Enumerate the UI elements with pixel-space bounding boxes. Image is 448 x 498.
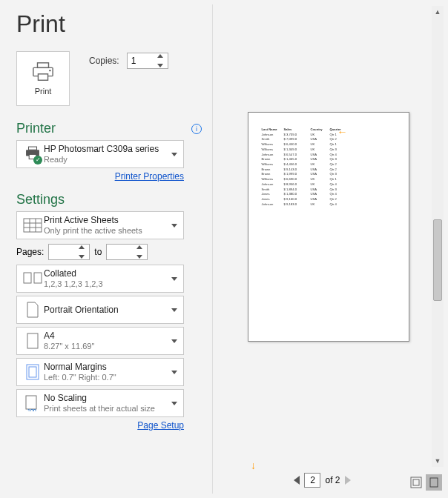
chevron-up-icon[interactable] <box>157 54 163 58</box>
copies-spinner[interactable] <box>127 53 168 69</box>
pages-from-input[interactable] <box>49 247 76 257</box>
pages-to-spinner[interactable] <box>106 244 148 260</box>
table-row: Jones$ 1,380.0USAQtr 4 <box>262 192 395 197</box>
table-row: Williams$ 6,450.0UKQtr 1 <box>262 142 395 147</box>
chevron-down-icon <box>171 224 177 228</box>
margins-dropdown[interactable]: Normal Margins Left: 0.7" Right: 0.7" <box>16 358 184 386</box>
collation-dropdown[interactable]: Collated 1,2,3 1,2,3 1,2,3 <box>16 265 184 293</box>
current-page-input[interactable] <box>304 473 320 488</box>
page-setup-link[interactable]: Page Setup <box>16 420 184 431</box>
svg-rect-19 <box>411 477 421 488</box>
preview-page: ← Last NameSalesCountryQuarterJohnson$ 3… <box>248 112 409 342</box>
chevron-down-icon <box>171 153 177 156</box>
printer-dropdown[interactable]: HP Photosmart C309a series Ready <box>16 140 184 168</box>
chevron-down-icon <box>171 371 177 374</box>
copies-input[interactable] <box>128 56 154 66</box>
printer-status: Ready <box>44 155 168 165</box>
table-row: Brown$ 1,999.0USAQtr 3 <box>262 172 395 177</box>
svg-rect-13 <box>34 273 42 283</box>
svg-rect-14 <box>27 333 38 348</box>
scaling-dropdown[interactable]: 100 No Scaling Print sheets at their act… <box>16 389 184 417</box>
table-row: Johnson$ 8,956.0UKQtr 4 <box>262 182 395 187</box>
scroll-up-icon[interactable]: ▲ <box>435 6 441 18</box>
table-header: Country <box>311 127 326 133</box>
svg-rect-2 <box>38 74 47 80</box>
table-row: Brown$ 9,143.0USAQtr 2 <box>262 167 395 173</box>
chevron-down-icon <box>171 308 177 312</box>
info-icon[interactable]: i <box>191 124 202 134</box>
chevron-down-icon <box>171 402 177 405</box>
table-row: Johnson$ 6,547.0USAQtr 4 <box>262 153 395 158</box>
chevron-up-icon[interactable] <box>79 245 85 249</box>
settings-heading: Settings <box>16 192 205 208</box>
table-row: Smith$ 1,894.0USAQtr 3 <box>262 187 395 193</box>
svg-rect-17 <box>26 396 36 409</box>
zoom-to-page-button[interactable] <box>426 474 442 491</box>
scaling-icon: 100 <box>25 395 40 411</box>
printer-icon <box>32 62 54 82</box>
arrow-icon: ← <box>337 126 348 138</box>
print-button[interactable]: Print <box>16 51 70 106</box>
print-what-dropdown[interactable]: Print Active Sheets Only print the activ… <box>16 211 184 239</box>
svg-rect-0 <box>38 63 49 68</box>
chevron-up-icon[interactable] <box>136 245 142 249</box>
table-row: Williams$ 4,456.0UKQtr 2 <box>262 162 395 167</box>
svg-rect-12 <box>24 273 31 283</box>
table-row: Johnson$ 9,183.0UKQtr 4 <box>262 202 395 208</box>
collated-icon <box>23 272 42 285</box>
copies-label: Copies: <box>89 56 119 66</box>
table-header: Last Name <box>262 127 280 133</box>
margins-icon <box>26 364 39 380</box>
pages-to-input[interactable] <box>107 247 134 257</box>
printer-properties-link[interactable]: Printer Properties <box>16 171 184 182</box>
table-row: Jones$ 9,160.0USAQtr 2 <box>262 197 395 202</box>
print-button-label: Print <box>35 87 52 96</box>
svg-rect-20 <box>413 479 419 485</box>
svg-point-3 <box>49 70 50 71</box>
page-of-text: of 2 <box>325 475 340 485</box>
show-margins-button[interactable] <box>408 474 424 491</box>
portrait-icon <box>27 302 39 318</box>
next-page-button[interactable] <box>345 476 351 485</box>
table-row: Johnson$ 3,709.0UKQtr 1 <box>262 133 395 138</box>
arrow-icon: ↓ <box>251 459 256 471</box>
page-navigator: ↓ of 2 <box>213 470 432 491</box>
sheets-icon <box>23 218 42 233</box>
check-icon <box>33 156 42 165</box>
print-preview-panel: ▲ ▼ ← Last NameSalesCountryQuarterJohnso… <box>212 4 444 494</box>
chevron-down-icon[interactable] <box>157 64 163 67</box>
pages-to-label: to <box>94 247 102 257</box>
prev-page-button[interactable] <box>294 476 300 485</box>
chevron-down-icon <box>171 339 177 343</box>
printer-name: HP Photosmart C309a series <box>44 144 168 155</box>
table-row: Brown$ 1,465.0USAQtr 3 <box>262 157 395 162</box>
svg-rect-7 <box>24 219 42 232</box>
chevron-down-icon[interactable] <box>136 255 142 259</box>
printer-heading: Printer i <box>16 121 205 136</box>
pages-from-spinner[interactable] <box>48 244 90 260</box>
chevron-down-icon <box>171 277 177 281</box>
scroll-down-icon[interactable]: ▼ <box>435 455 441 467</box>
table-header: Sales <box>284 127 306 133</box>
svg-rect-21 <box>430 478 438 487</box>
svg-rect-16 <box>29 367 36 377</box>
table-row: Williams$ 1,349.0UKQtr 3 <box>262 147 395 153</box>
chevron-down-icon[interactable] <box>79 255 85 259</box>
table-row: Williams$ 6,690.0UKQtr 1 <box>262 177 395 182</box>
svg-text:100: 100 <box>27 408 36 411</box>
svg-rect-4 <box>29 147 37 150</box>
table-row: Smith$ 7,099.0USAQtr 2 <box>262 137 395 142</box>
page-icon <box>27 333 39 349</box>
scroll-thumb[interactable] <box>433 219 442 301</box>
pages-label: Pages: <box>16 247 44 257</box>
page-title: Print <box>16 10 205 38</box>
orientation-dropdown[interactable]: Portrait Orientation <box>16 296 184 324</box>
paper-size-dropdown[interactable]: A4 8.27" x 11.69" <box>16 327 184 355</box>
